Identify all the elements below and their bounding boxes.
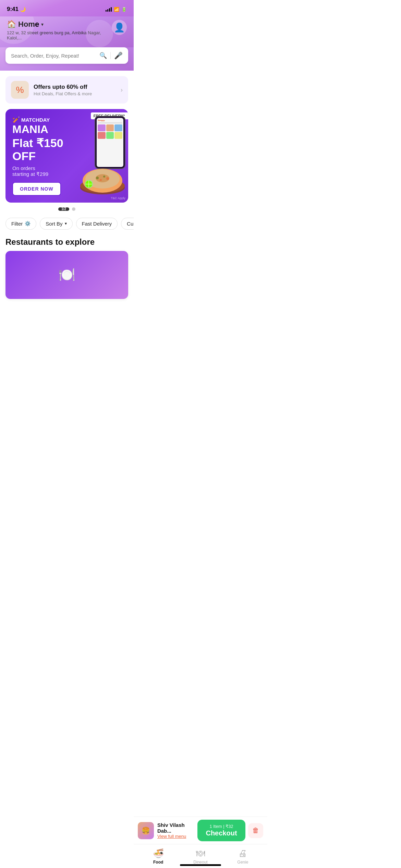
moon-icon: 🌙 <box>20 7 26 12</box>
wifi-icon: 📶 <box>114 7 119 12</box>
filter-label: Filter <box>11 221 23 227</box>
promo-tc: T&C Apply <box>111 196 125 200</box>
promo-logo: 🏏 MATCHDAY MANIA <box>12 116 72 135</box>
restaurant-card-image: 🍽️ <box>5 251 128 299</box>
offers-icon-wrap: % <box>11 81 29 99</box>
filter-settings-icon: ⚙️ <box>25 221 31 226</box>
chevron-down-icon: ▾ <box>41 22 44 27</box>
sortby-label: Sort By <box>46 221 62 227</box>
offers-title: Offers upto 60% off <box>34 84 116 91</box>
promo-brand-main: MANIA <box>12 123 72 135</box>
pagination-active-dot: 1/2 <box>58 207 69 211</box>
offers-chevron-icon: › <box>121 86 123 94</box>
pagination-inactive-dot <box>72 207 75 211</box>
filter-row: Filter ⚙️ Sort By ▾ Fast Delivery Cuisin… <box>0 216 134 234</box>
sortby-chevron-icon: ▾ <box>65 221 67 226</box>
search-section: 🔍 🎤 <box>0 47 134 71</box>
percent-icon: % <box>16 85 24 95</box>
filter-chip-sortby[interactable]: Sort By ▾ <box>40 218 72 230</box>
battery-icon: 🔋 <box>121 7 127 12</box>
search-bar: 🔍 🎤 <box>5 47 128 64</box>
offers-text: Offers upto 60% off Hot Deals, Flat Offe… <box>34 84 116 96</box>
cuisines-label: Cuisines <box>127 221 134 227</box>
signal-icon <box>106 7 112 12</box>
promo-heading: Flat ₹150 OFF <box>12 137 72 162</box>
header: 🏠 Home ▾ 122 w, 32 street greens burg pa… <box>0 16 134 47</box>
promo-banner: FREE DELIVERY* 🏏 MATCHDAY MANIA Flat ₹15… <box>5 109 128 203</box>
avatar-button[interactable]: 👤 <box>112 20 127 35</box>
status-bar: 9:41 🌙 📶 🔋 <box>0 0 134 16</box>
food-bowl-graphic <box>75 153 128 201</box>
offers-banner[interactable]: % Offers upto 60% off Hot Deals, Flat Of… <box>5 76 128 104</box>
body-content: % Offers upto 60% off Hot Deals, Flat Of… <box>0 76 134 351</box>
filter-chip-filter[interactable]: Filter ⚙️ <box>5 218 36 230</box>
promo-section: FREE DELIVERY* 🏏 MATCHDAY MANIA Flat ₹15… <box>5 109 128 203</box>
svg-point-8 <box>96 174 109 182</box>
search-icon[interactable]: 🔍 <box>99 52 107 59</box>
order-now-button[interactable]: ORDER NOW <box>12 182 61 196</box>
mic-icon[interactable]: 🎤 <box>114 51 123 60</box>
filter-chip-fastdelivery[interactable]: Fast Delivery <box>76 218 118 230</box>
pagination-dots: 1/2 <box>0 207 134 211</box>
promo-brand-prefix: 🏏 MATCHDAY <box>12 116 72 123</box>
fastdelivery-label: Fast Delivery <box>82 221 112 227</box>
filter-chip-cuisines[interactable]: Cuisines ▾ <box>121 218 134 230</box>
status-icons: 📶 🔋 <box>106 7 127 12</box>
offers-subtitle: Hot Deals, Flat Offers & more <box>34 91 116 96</box>
status-time: 9:41 <box>7 6 19 13</box>
avatar-icon: 👤 <box>114 22 125 33</box>
search-divider <box>110 52 111 59</box>
restaurant-section: 🍽️ <box>0 251 134 299</box>
restaurants-section-title: Restaurants to explore <box>0 234 134 251</box>
promo-subline1: On orders starting at ₹299 <box>12 165 72 177</box>
search-input[interactable] <box>11 53 96 59</box>
restaurant-card[interactable]: 🍽️ <box>5 251 128 299</box>
